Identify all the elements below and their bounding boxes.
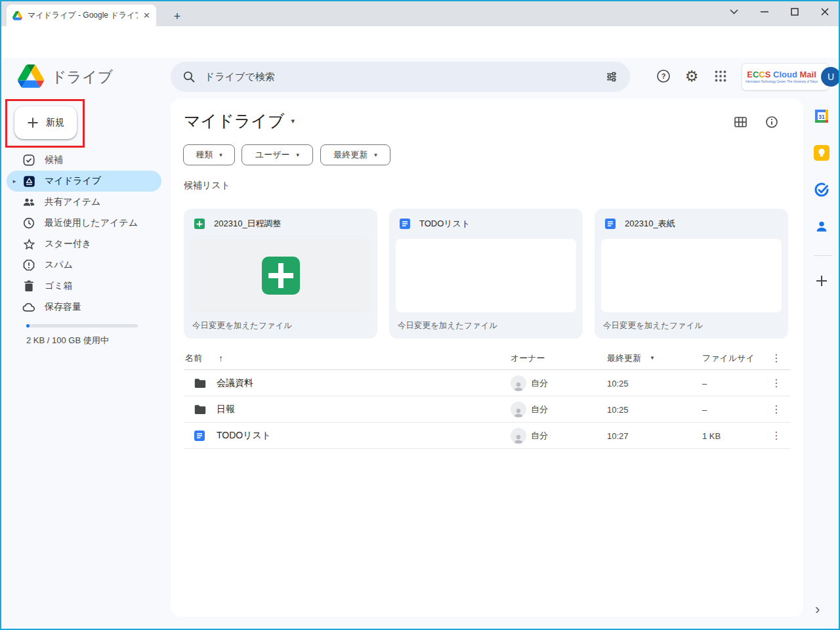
search-bar[interactable]: ドライブで検索 (171, 62, 630, 92)
column-header: 最終更新 (607, 352, 641, 364)
tasks-app-icon[interactable] (814, 182, 830, 198)
tab-search-chevron-icon[interactable] (719, 0, 749, 24)
account-badge[interactable]: ECCS Cloud Mail Information Technology C… (742, 63, 829, 91)
window-close-button[interactable] (810, 0, 840, 24)
search-input[interactable]: ドライブで検索 (205, 71, 596, 83)
owner-cell: 自分 (511, 428, 548, 444)
keep-app-icon[interactable] (814, 145, 830, 161)
sidebar-item-label: マイドライブ (45, 175, 101, 187)
column-size[interactable]: ファイルサイ (702, 352, 755, 364)
table-row[interactable]: TODOリスト 自分 10:27 1 KB ⋮ (184, 423, 790, 449)
sidebar-item-label: スパム (45, 259, 73, 271)
search-options-tune-icon[interactable] (605, 70, 618, 83)
owner-cell: 自分 (511, 402, 548, 417)
grid-view-toggle-icon[interactable] (732, 114, 748, 130)
filter-chip-type[interactable]: 種類 ▾ (183, 144, 235, 165)
sidebar-item-suggestions[interactable]: 候補 (7, 150, 161, 171)
cloud-icon (22, 301, 35, 314)
new-tab-button[interactable]: + (169, 9, 185, 24)
spam-alert-icon (22, 259, 35, 272)
account-avatar[interactable]: U (821, 67, 840, 87)
star-icon (22, 238, 35, 251)
eccs-logo: ECCS Cloud Mail Information Technology C… (746, 70, 818, 83)
tab-title: マイドライブ - Google ドライブ (28, 10, 138, 21)
owner-avatar-icon (511, 402, 526, 417)
card-file-name: 202310_表紙 (625, 218, 675, 230)
settings-gear-icon[interactable]: ⚙ (683, 68, 700, 85)
row-menu-icon[interactable]: ⋮ (771, 430, 782, 441)
caret-down-icon: ▾ (291, 117, 295, 125)
caret-down-icon: ▾ (374, 152, 377, 158)
sidebar-item-my-drive[interactable]: ▸ マイドライブ (7, 171, 161, 192)
filter-chip-modified[interactable]: 最終更新 ▾ (320, 144, 390, 165)
page-title-dropdown[interactable]: マイドライブ ▾ (184, 110, 295, 132)
sidebar-item-label: 候補 (45, 154, 63, 166)
caret-down-icon: ▾ (219, 152, 222, 158)
column-options-icon[interactable]: ⋮ (771, 353, 782, 364)
chip-label: ユーザー (255, 149, 290, 161)
sidebar-item-shared[interactable]: 共有アイテム (7, 192, 161, 213)
card-preview (396, 239, 576, 312)
suggestion-card-cover[interactable]: 202310_表紙 今日変更を加えたファイル (595, 209, 788, 339)
window-minimize-button[interactable] (749, 0, 780, 24)
tab-close-icon[interactable]: ✕ (143, 11, 150, 20)
card-preview (190, 239, 371, 312)
hide-side-panel-chevron-icon[interactable]: › (815, 602, 820, 617)
table-row[interactable]: 日報 自分 10:25 – ⋮ (184, 396, 790, 423)
column-owner[interactable]: オーナー (511, 352, 545, 364)
sidebar-item-label: スター付き (45, 238, 91, 250)
folder-icon (194, 404, 206, 414)
sidebar-item-trash[interactable]: ゴミ箱 (7, 276, 161, 297)
window-maximize-button[interactable] (780, 0, 810, 24)
drive-favicon (12, 11, 22, 20)
storage-progress-fill (26, 324, 30, 327)
row-menu-icon[interactable]: ⋮ (771, 404, 782, 415)
row-menu-icon[interactable]: ⋮ (771, 378, 782, 388)
contacts-app-icon[interactable] (814, 219, 830, 234)
card-file-name: TODOリスト (419, 218, 470, 230)
sidebar-item-label: 共有アイテム (45, 196, 100, 208)
sidebar-item-spam[interactable]: スパム (7, 255, 161, 276)
owner-name: 自分 (531, 430, 548, 442)
sidebar-item-starred[interactable]: スター付き (7, 234, 161, 255)
browser-tab[interactable]: マイドライブ - Google ドライブ ✕ (7, 5, 156, 26)
suggestion-card-spreadsheet[interactable]: 202310_日程調整 今日変更を加えたファイル (184, 209, 377, 339)
tab-strip: マイドライブ - Google ドライブ ✕ + (0, 0, 840, 26)
docs-file-icon (400, 219, 410, 229)
caret-down-icon: ▾ (297, 152, 300, 158)
check-square-icon (22, 154, 35, 167)
help-icon[interactable]: ? (655, 68, 672, 85)
chip-label: 種類 (196, 149, 213, 161)
modified-time: 10:27 (607, 430, 629, 440)
file-name: 日報 (217, 404, 235, 415)
calendar-app-icon[interactable]: 31 (814, 108, 830, 124)
sidebar-item-label: ゴミ箱 (45, 280, 73, 292)
file-name: 会議資料 (217, 377, 253, 389)
owner-name: 自分 (531, 377, 548, 389)
app-name: ドライブ (51, 67, 113, 87)
column-modified-sort[interactable]: 最終更新 ▼ (607, 352, 655, 364)
sort-ascending-icon: ↑ (219, 353, 223, 364)
table-row[interactable]: 会議資料 自分 10:25 – ⋮ (184, 370, 790, 396)
chip-label: 最終更新 (333, 149, 368, 161)
column-name-sort[interactable]: 名前 ↑ (185, 352, 223, 364)
content-area: マイドライブ ▾ 種類 ▾ ユーザー ▾ 最終更新 ▾ 候補リスト 202310… (171, 98, 803, 617)
sidebar-item-recent[interactable]: 最近使用したアイテム (7, 213, 161, 234)
get-add-ons-plus-icon[interactable] (814, 273, 830, 289)
expand-arrow-icon[interactable]: ▸ (7, 178, 22, 184)
info-icon[interactable] (764, 114, 780, 130)
apps-grid-icon[interactable] (712, 68, 729, 85)
owner-name: 自分 (531, 404, 548, 415)
annotation-red-box (5, 99, 85, 148)
storage-progress-bar (26, 324, 138, 327)
filter-chip-user[interactable]: ユーザー ▾ (242, 144, 313, 165)
my-drive-icon (22, 175, 35, 188)
sidebar-item-storage[interactable]: 保存容量 (7, 297, 161, 318)
eccs-subtext: Information Technology Center, The Unive… (746, 80, 818, 83)
suggestion-card-todo[interactable]: TODOリスト 今日変更を加えたファイル (389, 209, 583, 339)
trash-icon (22, 280, 35, 293)
card-reason-text: 今日変更を加えたファイル (398, 320, 497, 331)
rail-divider (814, 255, 832, 256)
drive-app: ドライブ ドライブで検索 ? ⚙ ECCS Cloud (0, 58, 840, 630)
sheets-large-icon (262, 257, 300, 295)
